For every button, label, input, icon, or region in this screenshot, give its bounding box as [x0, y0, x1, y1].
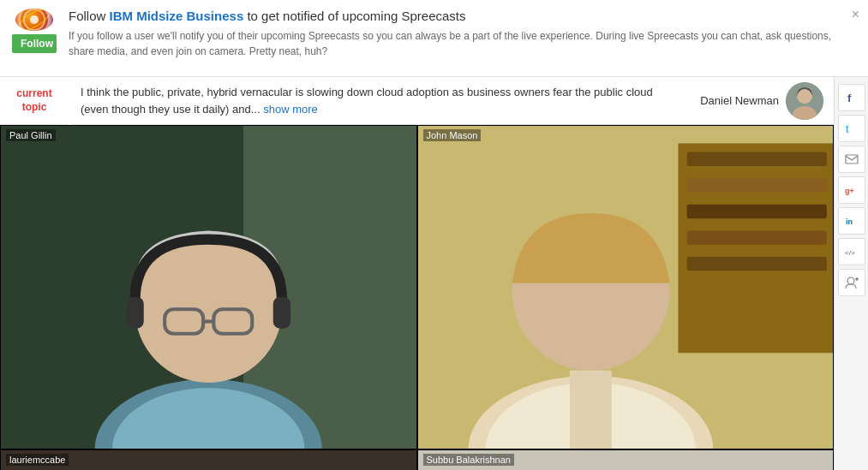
- speaker-area: Daniel Newman: [690, 82, 834, 120]
- current-topic-label: current topic: [0, 82, 69, 119]
- participant-label-paul: Paul Gillin: [6, 129, 56, 141]
- video-cell-paul: Paul Gillin: [0, 125, 417, 449]
- notify-bar: Follow Follow IBM Midsize Business to ge…: [0, 0, 868, 77]
- svg-point-2: [30, 15, 39, 24]
- linkedin-share-button[interactable]: in: [838, 207, 865, 235]
- email-share-button[interactable]: [838, 146, 865, 173]
- svg-point-3: [16, 9, 53, 31]
- svg-text:t: t: [846, 123, 849, 135]
- svg-text:g+: g+: [845, 187, 854, 195]
- svg-rect-24: [686, 257, 826, 271]
- video-cell-laurie: lauriemccabe: [0, 449, 417, 470]
- notify-title-pre: Follow: [69, 9, 110, 23]
- video-cell-subbu: Subbu Balakrishnan: [417, 449, 835, 470]
- svg-rect-28: [569, 371, 611, 449]
- topic-content: I think the public, private, hybrid vern…: [81, 86, 653, 116]
- twitter-share-button[interactable]: t: [838, 115, 865, 142]
- svg-rect-21: [686, 178, 826, 192]
- add-user-button[interactable]: [838, 269, 865, 296]
- svg-rect-23: [686, 230, 826, 244]
- video-cell-john: John Mason: [417, 125, 835, 449]
- participant-label-subbu: Subbu Balakrishnan: [423, 454, 514, 466]
- participant-label-john: John Mason: [423, 129, 482, 141]
- speaker-avatar: [786, 82, 823, 120]
- show-more-link[interactable]: show more: [263, 103, 318, 116]
- svg-rect-22: [686, 205, 826, 218]
- social-sidebar: f t g+ in </>: [834, 77, 868, 470]
- speaker-name: Daniel Newman: [700, 94, 779, 107]
- svg-text:in: in: [846, 217, 853, 226]
- svg-text:f: f: [847, 92, 852, 104]
- close-button[interactable]: ×: [852, 7, 859, 22]
- svg-rect-16: [273, 297, 290, 329]
- notify-description: If you follow a user we'll notify you of…: [69, 28, 856, 59]
- svg-text:</>: </>: [845, 249, 855, 257]
- googleplus-share-button[interactable]: g+: [838, 176, 865, 204]
- embed-button[interactable]: </>: [838, 238, 865, 265]
- svg-point-45: [847, 277, 854, 284]
- logo-wrap: Follow: [12, 9, 57, 53]
- notify-title-post: to get notified of upcoming Spreecasts: [243, 9, 465, 23]
- svg-point-0: [17, 9, 51, 31]
- svg-rect-20: [686, 152, 826, 166]
- topic-text: I think the public, private, hybrid vern…: [69, 77, 690, 124]
- svg-rect-15: [126, 297, 143, 329]
- follow-button[interactable]: Follow: [12, 34, 57, 53]
- facebook-share-button[interactable]: f: [838, 84, 865, 111]
- topic-label-line1: current: [16, 87, 51, 99]
- svg-rect-19: [678, 143, 833, 353]
- topic-bar: current topic I think the public, privat…: [0, 77, 834, 125]
- video-section: current topic I think the public, privat…: [0, 77, 834, 470]
- main-content: current topic I think the public, privat…: [0, 77, 868, 470]
- svg-point-1: [24, 9, 45, 30]
- notify-text-area: Follow IBM Midsize Business to get notif…: [69, 9, 856, 59]
- video-grid: Paul Gillin: [0, 125, 834, 470]
- participant-label-laurie: lauriemccabe: [6, 454, 69, 466]
- brand-logo: [15, 9, 53, 31]
- notify-title: Follow IBM Midsize Business to get notif…: [69, 9, 856, 23]
- svg-rect-41: [846, 155, 858, 164]
- brand-link[interactable]: IBM Midsize Business: [110, 9, 244, 23]
- topic-label-line2: topic: [22, 101, 47, 113]
